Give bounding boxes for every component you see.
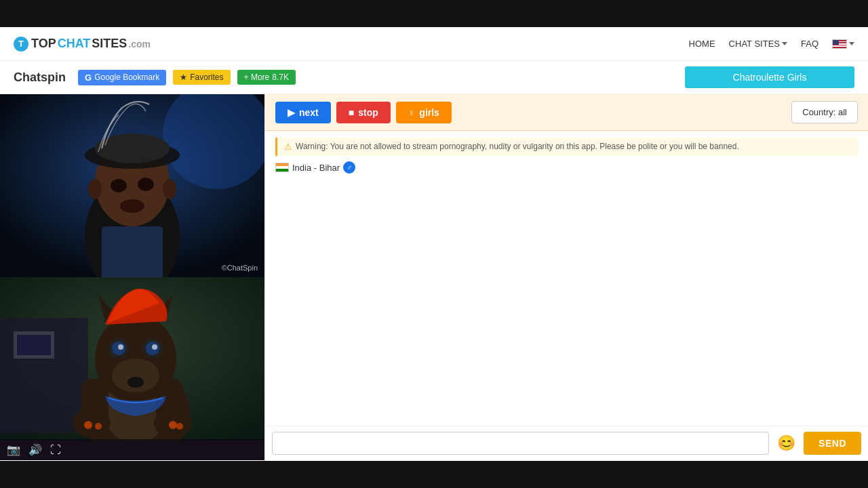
svg-point-26 (176, 423, 183, 430)
svg-point-7 (111, 179, 127, 192)
chat-messages[interactable]: ⚠ Warning: You are not allowed to stream… (265, 131, 868, 426)
nav-right: HOME CHAT SITES FAQ (689, 39, 854, 49)
black-bar-bottom (0, 461, 868, 488)
emoji-button[interactable]: 😊 (774, 434, 798, 452)
location-badge: ♂ (343, 161, 355, 174)
bottom-video-canvas (0, 277, 264, 440)
svg-point-8 (138, 178, 154, 191)
country-label: Country: all (802, 107, 847, 117)
svg-point-6 (95, 134, 170, 163)
chat-panel: ▶ next ■ stop ♀ girls Country: all ⚠ (264, 94, 868, 460)
nav-chat-sites-text: CHAT SITES (729, 39, 780, 49)
more-label: + More (244, 73, 270, 82)
video-bottom: 📷 🔊 ⛶ (0, 277, 264, 460)
girls-button[interactable]: ♀ girls (396, 102, 452, 123)
girls-female-icon: ♀ (408, 107, 416, 118)
location-line: India - Bihar ♂ (275, 161, 858, 174)
svg-point-25 (169, 421, 177, 429)
speaker-icon[interactable]: 🔊 (28, 443, 42, 456)
warning-text: Warning: You are not allowed to stream p… (296, 142, 739, 151)
flag-us-icon (832, 39, 847, 49)
nav-home-link[interactable]: HOME (689, 39, 715, 49)
svg-rect-12 (102, 226, 163, 277)
sub-header: Chatspin G Google Bookmark ★ Favorites +… (0, 61, 868, 94)
more-button[interactable]: + More 8.7K (237, 70, 296, 85)
svg-point-37 (127, 377, 144, 388)
girls-label: girls (419, 107, 439, 118)
logo-top-text: TOP (31, 37, 56, 51)
resize-icon[interactable]: ⛶ (50, 444, 61, 456)
flag-white-stripe (276, 166, 288, 169)
chat-sites-chevron-icon (782, 42, 787, 45)
svg-point-34 (152, 344, 157, 350)
chatspin-watermark: ©ChatSpin (222, 264, 258, 272)
svg-point-24 (95, 423, 102, 430)
chat-input[interactable] (272, 432, 769, 455)
logo-icon: T (14, 37, 28, 52)
google-bookmark-label: Google Bookmark (94, 73, 159, 82)
content-area: ©ChatSpin (0, 94, 868, 460)
page-title: Chatspin (14, 70, 66, 85)
flag-green-stripe (276, 169, 288, 171)
main-container: T TOPCHATSITES.com HOME CHAT SITES FAQ C… (0, 27, 868, 461)
location-text: India - Bihar (292, 163, 340, 173)
site-logo[interactable]: T TOPCHATSITES.com (14, 37, 151, 52)
chat-toolbar: ▶ next ■ stop ♀ girls Country: all (265, 94, 868, 131)
logo-chat-text: CHAT (58, 37, 91, 51)
next-play-icon: ▶ (288, 107, 295, 118)
send-button[interactable]: SEND (804, 432, 861, 455)
next-label: next (299, 107, 319, 118)
nav-bar: T TOPCHATSITES.com HOME CHAT SITES FAQ (0, 27, 868, 61)
nav-chat-sites-link[interactable]: CHAT SITES (729, 39, 787, 49)
google-g-icon: G (85, 73, 92, 83)
video-panel: ©ChatSpin (0, 94, 264, 460)
svg-point-9 (88, 179, 102, 199)
star-icon: ★ (180, 73, 187, 82)
next-button[interactable]: ▶ next (275, 102, 331, 123)
video-top: ©ChatSpin (0, 94, 264, 277)
svg-point-10 (163, 179, 176, 199)
svg-point-33 (118, 344, 123, 350)
svg-point-23 (84, 421, 92, 429)
country-button[interactable]: Country: all (791, 101, 858, 123)
stop-button[interactable]: ■ stop (336, 102, 391, 123)
warning-message: ⚠ Warning: You are not allowed to stream… (275, 138, 858, 156)
nav-faq-link[interactable]: FAQ (801, 39, 818, 49)
favorites-label: Favorites (190, 73, 223, 82)
india-flag-icon (275, 163, 289, 172)
top-video-canvas (0, 94, 264, 277)
nav-flag[interactable] (832, 39, 854, 49)
svg-point-11 (120, 199, 144, 213)
chatroulette-banner[interactable]: Chatroulette Girls (685, 66, 854, 88)
google-bookmark-button[interactable]: G Google Bookmark (78, 70, 166, 85)
logo-sites-text: SITES (92, 37, 127, 51)
logo-com-text: .com (128, 39, 151, 49)
more-count: 8.7K (272, 73, 289, 82)
chat-input-area: 😊 SEND (265, 426, 868, 460)
camera-icon[interactable]: 📷 (7, 443, 20, 456)
stop-square-icon: ■ (349, 107, 354, 118)
warning-icon: ⚠ (284, 142, 292, 152)
black-bar-top (0, 0, 868, 27)
stop-label: stop (358, 107, 378, 118)
video-controls-bar: 📷 🔊 ⛶ (0, 439, 264, 460)
flag-chevron-icon (849, 42, 854, 45)
svg-rect-16 (17, 335, 51, 355)
favorites-button[interactable]: ★ Favorites (173, 70, 230, 85)
sub-header-left: Chatspin G Google Bookmark ★ Favorites +… (14, 70, 296, 85)
